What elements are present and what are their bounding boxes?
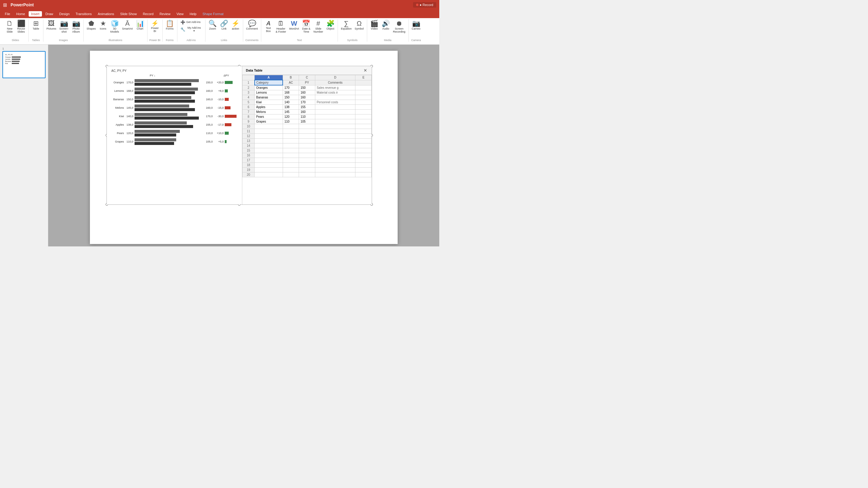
- col-header-d[interactable]: D: [315, 75, 355, 80]
- cell-e[interactable]: [355, 114, 372, 119]
- header-footer-button[interactable]: 🗓 Header& Footer: [275, 19, 287, 34]
- forms-button[interactable]: 📋 Forms: [164, 19, 175, 31]
- cell-b[interactable]: [283, 163, 299, 168]
- cell-b[interactable]: [283, 124, 299, 129]
- record-button[interactable]: ● Record: [413, 2, 436, 7]
- cell-c[interactable]: 170: [299, 100, 315, 105]
- cell-b[interactable]: 145: [283, 110, 299, 114]
- cell-c[interactable]: [299, 134, 315, 139]
- get-addins-button[interactable]: ➕ Get Add-ins: [179, 19, 202, 25]
- cell-d[interactable]: [315, 148, 355, 153]
- cell-d[interactable]: [315, 110, 355, 114]
- cell-e[interactable]: [355, 148, 372, 153]
- table-row[interactable]: 2Oranges170150Sales revenue g: [243, 85, 372, 90]
- cell-d[interactable]: [315, 139, 355, 143]
- chart-container[interactable]: AC, PY, PY PY ↓ ΔPY Oranges170,0150,0+20…: [106, 66, 372, 205]
- menu-record[interactable]: Record: [140, 11, 156, 17]
- cell-d[interactable]: Sales revenue g: [315, 85, 355, 90]
- cell-b[interactable]: [283, 134, 299, 139]
- table-row[interactable]: 6Apples138155: [243, 105, 372, 110]
- cell-e[interactable]: [355, 172, 372, 177]
- cell-c[interactable]: [299, 158, 315, 163]
- cell-b[interactable]: [283, 172, 299, 177]
- table-row[interactable]: 14: [243, 143, 372, 148]
- cell-a[interactable]: [255, 172, 283, 177]
- photo-album-button[interactable]: 📷 PhotoAlbum: [71, 19, 82, 34]
- menu-draw[interactable]: Draw: [43, 11, 56, 17]
- cell-d[interactable]: [315, 124, 355, 129]
- cell-b[interactable]: 138: [283, 105, 299, 110]
- cell-b[interactable]: 110: [283, 119, 299, 124]
- cell-e[interactable]: [355, 153, 372, 158]
- table-button[interactable]: ⊞ Table: [30, 19, 41, 31]
- smartart-button[interactable]: Ā SmartArt: [121, 19, 134, 31]
- cell-a[interactable]: [255, 134, 283, 139]
- wordart-button[interactable]: W WordArt: [288, 19, 300, 31]
- cell-e[interactable]: [355, 134, 372, 139]
- cell-d[interactable]: [315, 114, 355, 119]
- cell-d[interactable]: [315, 105, 355, 110]
- equation-button[interactable]: ∑ Equation: [340, 19, 353, 31]
- col-label-4[interactable]: [355, 80, 372, 85]
- symbol-button[interactable]: Ω Symbol: [353, 19, 365, 31]
- cell-b[interactable]: 140: [283, 100, 299, 105]
- table-row[interactable]: 7Melons145160: [243, 110, 372, 114]
- cell-b[interactable]: [283, 153, 299, 158]
- cell-a[interactable]: [255, 163, 283, 168]
- reuse-slides-button[interactable]: ⬛ ReuseSlides: [16, 19, 27, 34]
- cell-e[interactable]: [355, 85, 372, 90]
- cell-e[interactable]: [355, 139, 372, 143]
- cell-e[interactable]: [355, 129, 372, 134]
- waffle-icon[interactable]: ⊞: [3, 2, 7, 8]
- col-header-c[interactable]: C: [299, 75, 315, 80]
- comment-button[interactable]: 💬 Comment: [245, 19, 259, 31]
- data-table-close-button[interactable]: ✕: [363, 68, 368, 73]
- table-row[interactable]: 12: [243, 134, 372, 139]
- table-row[interactable]: 3Lemons168160Material costs ir: [243, 90, 372, 95]
- cell-b[interactable]: 170: [283, 85, 299, 90]
- cell-c[interactable]: [299, 143, 315, 148]
- cell-d[interactable]: [315, 95, 355, 100]
- cell-e[interactable]: [355, 158, 372, 163]
- table-row[interactable]: 5Kiwi140170Personnel costs: [243, 100, 372, 105]
- cell-e[interactable]: [355, 168, 372, 172]
- cell-d[interactable]: [315, 129, 355, 134]
- cell-e[interactable]: [355, 105, 372, 110]
- data-grid[interactable]: ABCDE1CategoryACPYComments2Oranges170150…: [242, 75, 372, 204]
- cell-a[interactable]: [255, 158, 283, 163]
- cell-e[interactable]: [355, 90, 372, 95]
- audio-button[interactable]: 🔊 Audio: [380, 19, 391, 31]
- action-button[interactable]: ⚡ action: [230, 19, 241, 31]
- cell-c[interactable]: [299, 139, 315, 143]
- pictures-button[interactable]: 🖼 Pictures: [45, 19, 58, 31]
- slide-thumbnail[interactable]: AC, PY, PY Oranges Lemons Bananas Ki: [2, 51, 45, 78]
- cell-e[interactable]: [355, 100, 372, 105]
- cell-a[interactable]: Grapes: [255, 119, 283, 124]
- cell-a[interactable]: [255, 129, 283, 134]
- col-header-a[interactable]: A: [255, 75, 283, 80]
- cameo-button[interactable]: 📷 Cameo: [411, 19, 422, 31]
- col-label-0[interactable]: Category: [255, 80, 283, 85]
- cell-a[interactable]: [255, 153, 283, 158]
- cell-c[interactable]: 160: [299, 90, 315, 95]
- menu-insert[interactable]: Insert: [29, 11, 42, 17]
- cell-d[interactable]: [315, 158, 355, 163]
- cell-d[interactable]: Material costs ir: [315, 90, 355, 95]
- cell-a[interactable]: Melons: [255, 110, 283, 114]
- link-button[interactable]: 🔗 Link: [219, 19, 229, 31]
- menu-view[interactable]: View: [174, 11, 186, 17]
- menu-file[interactable]: File: [2, 11, 13, 17]
- cell-a[interactable]: Apples: [255, 105, 283, 110]
- col-label-1[interactable]: AC: [283, 80, 299, 85]
- cell-b[interactable]: [283, 139, 299, 143]
- cell-d[interactable]: Personnel costs: [315, 100, 355, 105]
- cell-c[interactable]: [299, 124, 315, 129]
- canvas-area[interactable]: AC, PY, PY PY ↓ ΔPY Oranges170,0150,0+20…: [48, 45, 439, 247]
- table-row[interactable]: 13: [243, 139, 372, 143]
- cell-a[interactable]: Bananas: [255, 95, 283, 100]
- video-button[interactable]: 🎬 Video: [369, 19, 380, 31]
- cell-b[interactable]: [283, 148, 299, 153]
- menu-shape-format[interactable]: Shape Format: [200, 11, 226, 17]
- cell-a[interactable]: Oranges: [255, 85, 283, 90]
- menu-review[interactable]: Review: [157, 11, 173, 17]
